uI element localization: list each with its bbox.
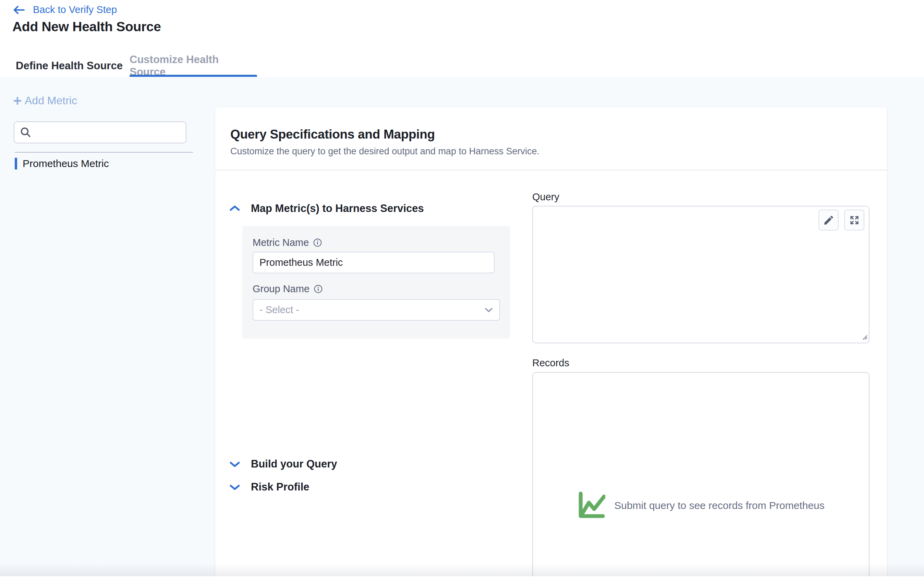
tab-customize-health-source[interactable]: Customize Health Source: [130, 55, 257, 77]
query-label: Query: [532, 191, 559, 203]
section-build-query-label: Build your Query: [251, 458, 337, 470]
page-title: Add New Health Source: [12, 19, 161, 34]
metric-name-input[interactable]: [252, 252, 495, 273]
query-specifications-card: Query Specifications and Mapping Customi…: [215, 108, 887, 576]
tab-define-health-source[interactable]: Define Health Source: [13, 55, 125, 77]
sidebar-item-prometheus-metric[interactable]: Prometheus Metric: [15, 157, 193, 170]
group-name-label: Group Name: [252, 283, 323, 295]
card-subtitle: Customize the query to get the desired o…: [230, 146, 540, 157]
back-link[interactable]: Back to Verify Step: [12, 4, 117, 15]
info-icon[interactable]: [314, 284, 323, 294]
content-area: Add Metric Prometheus Metric Query Speci…: [0, 77, 924, 576]
query-textarea[interactable]: [532, 206, 870, 343]
tab-bar: Define Health Source Customize Health So…: [0, 55, 924, 78]
expand-query-button[interactable]: [844, 210, 865, 230]
section-map-metrics-toggle[interactable]: Map Metric(s) to Harness Services: [229, 202, 424, 215]
page-header: Back to Verify Step Add New Health Sourc…: [0, 0, 924, 55]
chevron-down-icon: [229, 460, 241, 468]
back-link-label: Back to Verify Step: [33, 4, 117, 15]
section-map-metrics-label: Map Metric(s) to Harness Services: [251, 202, 424, 215]
metric-mapping-panel: Metric Name Group Name: [242, 226, 510, 339]
active-tab-underline: [130, 75, 257, 77]
page: Back to Verify Step Add New Health Sourc…: [0, 0, 924, 581]
plus-icon: [12, 96, 23, 106]
records-panel: Submit query to see records from Prometh…: [532, 372, 870, 576]
expand-icon: [849, 215, 860, 226]
chart-icon: [577, 491, 605, 520]
records-empty-state: Submit query to see records from Prometh…: [533, 491, 869, 520]
records-empty-text: Submit query to see records from Prometh…: [614, 500, 825, 511]
add-metric-label: Add Metric: [25, 94, 77, 107]
metric-item-label: Prometheus Metric: [23, 158, 109, 169]
selected-item-indicator: [15, 158, 17, 169]
edit-query-button[interactable]: [818, 210, 839, 230]
sidebar-divider: [15, 152, 193, 152]
section-build-query-toggle[interactable]: Build your Query: [229, 458, 337, 470]
chevron-up-icon: [229, 204, 241, 213]
records-label: Records: [532, 358, 569, 369]
group-name-select[interactable]: - Select -: [252, 299, 500, 321]
section-risk-profile-toggle[interactable]: Risk Profile: [229, 481, 310, 493]
search-icon: [20, 127, 31, 140]
card-divider: [215, 170, 887, 170]
pencil-icon: [823, 214, 835, 226]
info-icon[interactable]: [313, 238, 322, 247]
metric-search-box: [14, 121, 186, 143]
chevron-down-icon: [229, 483, 241, 491]
back-arrow-icon: [12, 5, 25, 15]
textarea-resize-handle[interactable]: [861, 334, 868, 342]
add-metric-button[interactable]: Add Metric: [12, 94, 77, 107]
group-name-placeholder: - Select -: [259, 304, 299, 316]
bottom-strip: [0, 576, 924, 581]
metric-name-label: Metric Name: [252, 237, 322, 248]
section-risk-profile-label: Risk Profile: [251, 481, 310, 493]
chevron-down-icon: [483, 306, 494, 313]
search-input[interactable]: [34, 122, 183, 142]
card-title: Query Specifications and Mapping: [230, 127, 435, 142]
